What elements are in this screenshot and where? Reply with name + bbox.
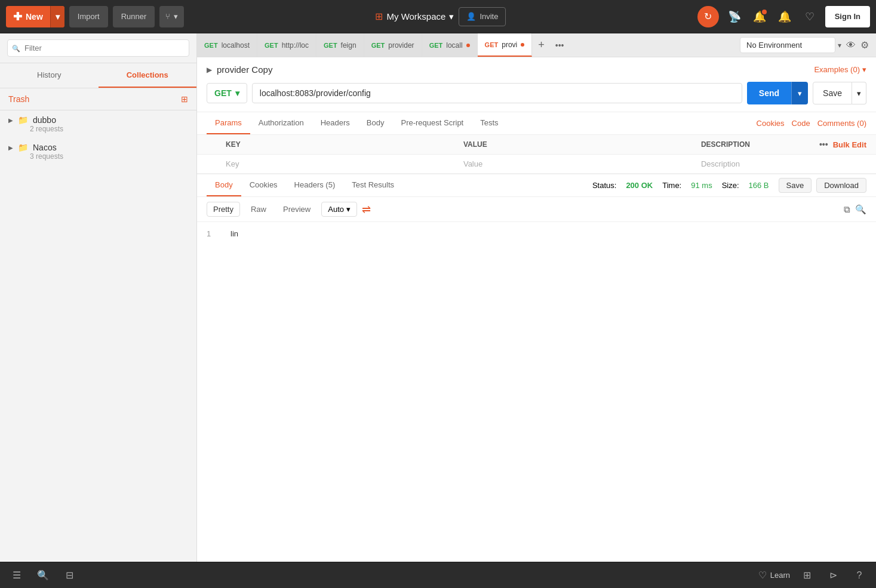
status-value: 200 OK	[626, 181, 653, 190]
chevron-right-icon: ▶	[8, 117, 13, 124]
sidebar-tabs: History Collections	[0, 63, 196, 88]
response-area: Body Cookies Headers (5) Test Results St…	[197, 174, 876, 562]
send-button[interactable]: Send	[747, 82, 791, 104]
sync-button[interactable]: ↻	[697, 6, 719, 27]
save-dropdown-button[interactable]: ▾	[852, 82, 866, 104]
resp-save-button[interactable]: Save	[779, 178, 812, 193]
runner-button[interactable]: Runner	[113, 6, 155, 27]
invite-button[interactable]: 👤 Invite	[459, 7, 506, 26]
tab-collections[interactable]: Collections	[99, 63, 197, 88]
heart-button[interactable]: ♡	[800, 7, 819, 26]
format-raw[interactable]: Raw	[245, 202, 272, 216]
save-button[interactable]: Save	[813, 82, 852, 104]
tab-http-loc[interactable]: GET http://loc	[257, 33, 316, 57]
main-layout: History Collections Trash ⊞ ▶ 📁 dubbo 2 …	[0, 33, 876, 562]
tab-provider[interactable]: GET provider	[364, 33, 422, 57]
env-eye-icon[interactable]: 👁	[846, 40, 856, 51]
examples-chevron-icon: ▾	[862, 65, 866, 74]
console-button[interactable]: ⊟	[60, 566, 79, 585]
params-desc-cell[interactable]: Description	[691, 155, 876, 174]
word-wrap-button[interactable]: ⇌	[362, 203, 371, 216]
import-button[interactable]: Import	[69, 6, 108, 27]
params-key-cell[interactable]: Key	[216, 155, 454, 174]
search-bottom-button[interactable]: 🔍	[33, 566, 53, 585]
env-select[interactable]: No Environment	[740, 37, 835, 53]
tab-method-get-3: GET	[324, 42, 337, 49]
code-line-1: 1 lin	[207, 229, 866, 238]
tab-authorization[interactable]: Authorization	[250, 112, 312, 134]
workspace-button[interactable]: ⊞ My Workspace ▾	[375, 11, 454, 22]
tab-params[interactable]: Params	[207, 112, 250, 134]
resp-tab-cookies[interactable]: Cookies	[241, 174, 286, 196]
description-header-label: DESCRIPTION	[701, 140, 750, 149]
bottom-right: ♡ Learn ⊞ ⊳ ?	[758, 566, 869, 585]
search-input[interactable]	[7, 39, 189, 57]
key-col-header: KEY	[216, 135, 454, 155]
send-dropdown-button[interactable]: ▾	[791, 82, 808, 104]
satellite-icon-button[interactable]: 📡	[725, 7, 744, 26]
tab-dot-locall	[466, 44, 470, 47]
tab-localhost[interactable]: GET localhost	[197, 33, 257, 57]
url-input[interactable]	[252, 83, 742, 103]
folder-icon-2: 📁	[18, 143, 28, 152]
method-label: GET	[214, 88, 232, 98]
resp-tab-headers[interactable]: Headers (5)	[286, 174, 344, 196]
learn-icon: ♡	[758, 569, 767, 581]
tab-headers[interactable]: Headers	[312, 112, 358, 134]
tab-tests[interactable]: Tests	[472, 112, 506, 134]
new-collection-icon[interactable]: ⊞	[181, 94, 188, 104]
notification-bell-button[interactable]: 🔔	[750, 7, 769, 26]
cookies-link[interactable]: Cookies	[757, 119, 785, 128]
collection-dubbo[interactable]: ▶ 📁 dubbo 2 requests	[0, 110, 196, 138]
tab-pre-request[interactable]: Pre-request Script	[392, 112, 472, 134]
code-link[interactable]: Code	[792, 119, 810, 128]
tab-provi-active[interactable]: GET provi	[478, 33, 533, 57]
request-area: ▶ provider Copy Examples (0) ▾ GET ▾ Sen…	[197, 57, 876, 112]
auto-select-button[interactable]: Auto ▾	[321, 202, 357, 217]
learn-button[interactable]: ♡ Learn	[758, 569, 790, 581]
new-dropdown-arrow[interactable]: ▾	[50, 6, 64, 27]
bulk-edit-button[interactable]: Bulk Edit	[833, 140, 866, 149]
search-response-button[interactable]: 🔍	[855, 204, 866, 215]
resp-tab-test-results[interactable]: Test Results	[343, 174, 402, 196]
add-tab-button[interactable]: +	[532, 39, 551, 51]
collection-nacos[interactable]: ▶ 📁 Nacos 3 requests	[0, 138, 196, 165]
auto-label: Auto	[328, 205, 344, 214]
tab-feign[interactable]: GET feign	[316, 33, 364, 57]
tab-locall[interactable]: GET locall	[422, 33, 478, 57]
resp-tab-body[interactable]: Body	[207, 174, 241, 196]
alert-bell-button[interactable]: 🔔	[775, 7, 794, 26]
request-tabs: Params Authorization Headers Body Pre-re…	[197, 112, 876, 135]
comments-link[interactable]: Comments (0)	[817, 119, 866, 128]
resp-download-button[interactable]: Download	[816, 178, 866, 193]
env-gear-icon[interactable]: ⚙	[860, 39, 869, 51]
table-more-icon[interactable]: •••	[819, 140, 828, 149]
code-area: 1 lin	[197, 222, 876, 562]
env-chevron-icon: ▾	[838, 41, 841, 50]
method-dropdown[interactable]: GET ▾	[207, 83, 247, 103]
sidebar-toggle-button[interactable]: ☰	[7, 566, 26, 585]
layout-button[interactable]: ⊞	[797, 566, 816, 585]
invite-person-icon: 👤	[466, 12, 476, 21]
fork-arrow: ▾	[174, 12, 178, 21]
signin-button[interactable]: Sign In	[825, 6, 870, 27]
auto-chevron-icon: ▾	[346, 205, 351, 214]
more-tabs-button[interactable]: •••	[551, 41, 569, 50]
new-button[interactable]: ✚ New ▾	[6, 6, 64, 27]
copy-button[interactable]: ⧉	[844, 204, 850, 215]
tab-body[interactable]: Body	[358, 112, 393, 134]
runner-bottom-button[interactable]: ⊳	[823, 566, 843, 585]
collection-nacos-header: ▶ 📁 Nacos	[8, 143, 188, 152]
examples-link[interactable]: Examples (0) ▾	[814, 65, 866, 74]
help-button[interactable]: ?	[850, 566, 869, 585]
format-pretty[interactable]: Pretty	[207, 202, 240, 217]
params-value-cell[interactable]: Value	[454, 155, 691, 174]
trash-section[interactable]: Trash ⊞	[0, 88, 196, 110]
tab-method-get-5: GET	[429, 42, 443, 49]
response-tabs-bar: Body Cookies Headers (5) Test Results St…	[197, 174, 876, 197]
fork-button[interactable]: ⑂ ▾	[159, 6, 184, 27]
bottom-bar: ☰ 🔍 ⊟ ♡ Learn ⊞ ⊳ ?	[0, 562, 876, 588]
format-preview[interactable]: Preview	[277, 202, 316, 216]
tab-history[interactable]: History	[0, 63, 99, 88]
tab-url-localhost: localhost	[222, 41, 250, 50]
